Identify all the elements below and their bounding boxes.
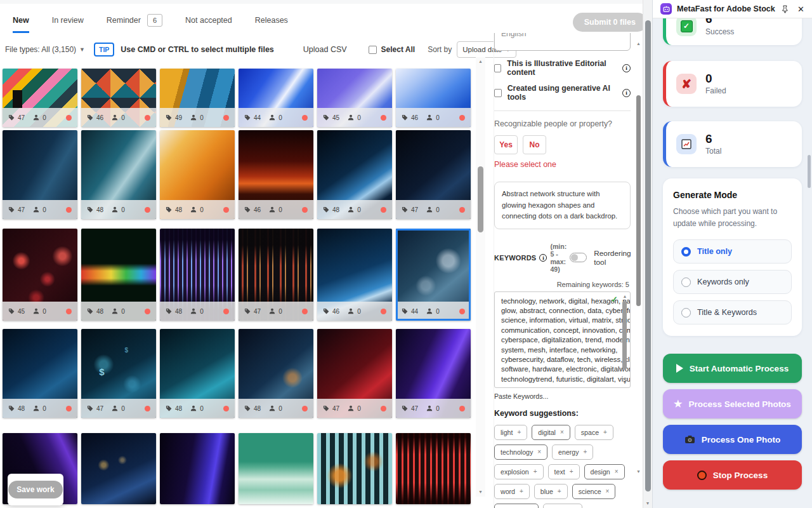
asset-thumbnail[interactable]: 470 xyxy=(81,329,156,418)
asset-thumbnail[interactable]: 480 xyxy=(3,329,77,418)
asset-thumbnail[interactable] xyxy=(160,433,235,504)
process-one-photo-button[interactable]: Process One Photo xyxy=(663,425,802,454)
asset-thumbnail[interactable]: 480 xyxy=(81,229,156,321)
asset-thumbnail[interactable]: 450 xyxy=(317,69,392,127)
keyword-chip-energy[interactable]: energy+ xyxy=(552,444,593,460)
pin-icon[interactable] xyxy=(782,5,789,13)
asset-thumbnail[interactable]: 490 xyxy=(160,69,235,127)
tab-new[interactable]: New xyxy=(13,16,29,25)
remove-icon[interactable]: × xyxy=(606,488,610,495)
info-icon[interactable]: i xyxy=(539,254,547,262)
scroll-down-arrow[interactable]: ▼ xyxy=(621,380,629,386)
paste-keywords-hint[interactable]: Paste Keywords... xyxy=(494,392,631,400)
submit-files-button[interactable]: Submit 0 files xyxy=(573,13,647,32)
form-scrollbar[interactable]: ▲ ▼ xyxy=(634,39,643,476)
keyword-chip-science[interactable]: science× xyxy=(572,484,616,499)
stop-process-button[interactable]: Stop Process xyxy=(663,460,802,490)
keyword-chip-blue[interactable]: blue+ xyxy=(534,484,568,499)
yes-button[interactable]: Yes xyxy=(494,135,518,154)
add-icon[interactable]: + xyxy=(603,429,607,436)
add-icon[interactable]: + xyxy=(517,429,521,436)
add-icon[interactable]: + xyxy=(570,468,573,475)
no-button[interactable]: No xyxy=(523,135,546,154)
scroll-down-arrow[interactable]: ▼ xyxy=(634,469,643,475)
page-scrollbar[interactable]: ▼ xyxy=(643,0,652,508)
tab-reminder[interactable]: Reminder 6 xyxy=(107,14,162,27)
info-icon[interactable]: i xyxy=(622,89,631,97)
upload-csv-button[interactable]: Upload CSV xyxy=(303,45,347,54)
close-icon[interactable]: ✕ xyxy=(797,4,804,14)
tip-button[interactable]: TIP xyxy=(94,43,114,57)
scroll-up-arrow[interactable]: ▲ xyxy=(621,293,629,300)
scroll-down-arrow[interactable]: ▼ xyxy=(643,500,652,507)
asset-thumbnail[interactable]: 480 xyxy=(160,229,235,321)
scroll-down-arrow[interactable]: ▼ xyxy=(476,489,485,495)
genai-checkbox[interactable] xyxy=(494,89,502,97)
asset-thumbnail[interactable]: 470 xyxy=(396,130,471,219)
keyword-chip-text[interactable]: text+ xyxy=(548,464,580,479)
language-select[interactable]: English xyxy=(494,33,631,51)
asset-thumbnail[interactable]: 460 xyxy=(239,130,313,219)
asset-thumbnail[interactable]: 470 xyxy=(239,229,313,321)
asset-thumbnail[interactable]: 470 xyxy=(3,69,77,127)
file-types-dropdown[interactable]: File types: All (3,150) ▼ xyxy=(5,45,85,54)
keywords-textarea[interactable]: technology, network, digital, hexagon, p… xyxy=(494,291,631,388)
keyword-chip-vector[interactable]: vector+ xyxy=(543,504,582,508)
keyword-chip-design[interactable]: design× xyxy=(584,464,625,479)
asset-thumbnail[interactable]: 440 xyxy=(239,69,313,127)
description-textarea[interactable]: Abstract network structure with glowing … xyxy=(494,182,631,229)
asset-thumbnail[interactable]: 460 xyxy=(317,229,392,321)
remove-icon[interactable]: × xyxy=(537,448,541,455)
select-all-checkbox[interactable] xyxy=(369,46,377,54)
grid-scrollbar-thumb[interactable] xyxy=(478,166,483,232)
form-scrollbar-thumb[interactable] xyxy=(636,95,641,306)
asset-thumbnail[interactable]: 460 xyxy=(396,69,471,127)
asset-thumbnail[interactable]: 460 xyxy=(81,69,156,127)
tab-releases[interactable]: Releases xyxy=(255,16,288,25)
remove-icon[interactable]: × xyxy=(615,468,619,475)
asset-thumbnail-selected[interactable]: 440 xyxy=(396,229,471,321)
info-icon[interactable]: i xyxy=(622,64,631,72)
keyword-chip-space[interactable]: space+ xyxy=(575,425,613,440)
asset-thumbnail[interactable]: 480 xyxy=(160,130,235,219)
keywords-scrollbar[interactable]: ▲ ▼ xyxy=(621,293,629,386)
reordering-toggle[interactable] xyxy=(570,253,587,262)
asset-thumbnail[interactable]: 480 xyxy=(239,329,313,418)
radio-icon[interactable] xyxy=(681,277,691,287)
keyword-chip-explosion[interactable]: explosion+ xyxy=(494,464,544,479)
asset-thumbnail[interactable] xyxy=(317,433,392,504)
asset-thumbnail[interactable]: 470 xyxy=(396,329,471,418)
keyword-chip-digital[interactable]: digital× xyxy=(532,425,570,440)
select-all-control[interactable]: Select All xyxy=(369,45,416,54)
keyword-chip-technology[interactable]: technology× xyxy=(494,444,547,460)
process-selected-photos-button[interactable]: ★ Process Selected Photos xyxy=(663,389,802,418)
page-scrollbar-thumb[interactable] xyxy=(645,20,651,491)
keyword-chip-concept[interactable]: concept× xyxy=(494,504,539,508)
asset-thumbnail[interactable] xyxy=(81,433,156,504)
extension-scrollbar-thumb[interactable] xyxy=(808,155,811,188)
scroll-up-arrow[interactable]: ▲ xyxy=(634,41,643,47)
asset-thumbnail[interactable] xyxy=(239,433,313,504)
keyword-chip-light[interactable]: light+ xyxy=(494,425,527,440)
option-title-and-keywords[interactable]: Title & Keywords xyxy=(673,300,792,324)
add-icon[interactable]: + xyxy=(534,468,537,475)
remove-icon[interactable]: × xyxy=(560,429,564,436)
add-icon[interactable]: + xyxy=(584,448,587,455)
asset-thumbnail[interactable] xyxy=(396,433,471,504)
save-work-button[interactable]: Save work xyxy=(8,481,62,498)
tab-not-accepted[interactable]: Not accepted xyxy=(185,16,232,25)
add-icon[interactable]: + xyxy=(558,488,561,495)
asset-thumbnail[interactable]: 480 xyxy=(317,130,392,219)
scroll-up-arrow[interactable]: ▲ xyxy=(476,58,485,65)
asset-thumbnail[interactable]: 450 xyxy=(3,229,77,321)
editorial-checkbox[interactable] xyxy=(494,64,501,72)
keywords-scrollbar-thumb[interactable] xyxy=(622,301,627,370)
option-keywords-only[interactable]: Keywords only xyxy=(673,270,792,294)
option-title-only[interactable]: Title only xyxy=(673,239,792,264)
keyword-chip-word[interactable]: word+ xyxy=(494,484,530,499)
asset-thumbnail[interactable]: 470 xyxy=(317,329,392,418)
radio-icon[interactable] xyxy=(681,247,691,257)
radio-icon[interactable] xyxy=(681,308,691,318)
start-automatic-process-button[interactable]: Start Automatic Process xyxy=(663,354,802,383)
add-icon[interactable]: + xyxy=(520,488,523,495)
